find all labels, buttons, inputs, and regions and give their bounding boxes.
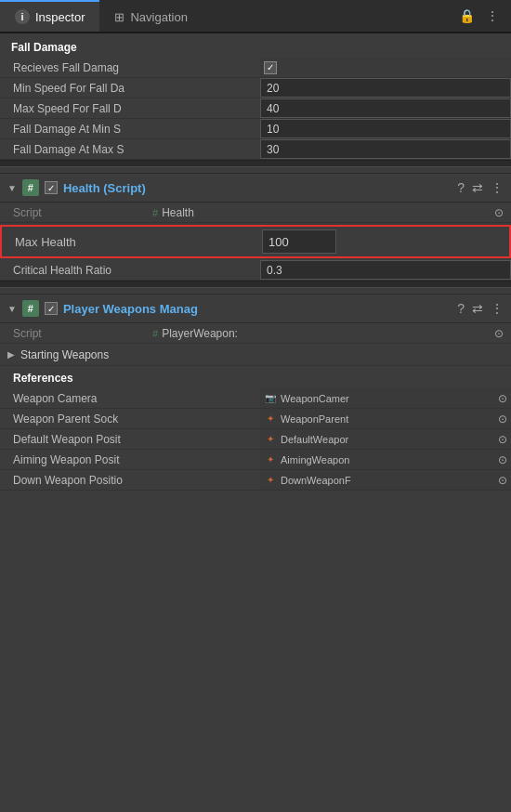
player-weapons-component-actions: ? ⇄ ⋮ (457, 301, 504, 316)
health-script-name: Health (162, 206, 194, 219)
ref-row-down-weapon-position: Down Weapon Positio ✦ DownWeaponF ⊙ (0, 470, 511, 491)
default-weapon-position-label: Default Weapon Posit (0, 433, 260, 446)
aiming-weapon-position-value: ✦ AimingWeapon ⊙ (260, 450, 511, 469)
max-speed-label: Max Speed For Fall D (0, 102, 260, 115)
aiming-weapon-position-label: Aiming Weapon Posit (0, 453, 260, 466)
field-row-max-speed: Max Speed For Fall D (0, 98, 511, 119)
player-weapons-script-field-row: Script # PlayerWeapon: ⊙ (0, 323, 511, 344)
field-row-fall-damage-max: Fall Damage At Max S (0, 139, 511, 160)
weapon-camera-icon: 📷 (264, 392, 277, 405)
fall-damage-label: Fall Damage (11, 41, 77, 54)
fall-damage-max-label: Fall Damage At Max S (0, 143, 260, 156)
weapon-camera-name: WeaponCamer (281, 393, 494, 404)
ref-row-default-weapon-position: Default Weapon Posit ✦ DefaultWeapor ⊙ (0, 429, 511, 450)
tab-navigation[interactable]: ⊞ Navigation (99, 0, 202, 32)
weapon-camera-target-icon[interactable]: ⊙ (498, 392, 507, 405)
ref-row-weapon-parent-socket: Weapon Parent Sock ✦ WeaponParent ⊙ (0, 409, 511, 429)
field-row-critical-health: Critical Health Ratio (0, 260, 511, 281)
health-hash-icon: # (22, 179, 39, 196)
health-enabled-checkbox[interactable]: ✓ (45, 181, 58, 194)
default-weapon-position-icon: ✦ (264, 433, 277, 446)
field-row-fall-damage-min: Fall Damage At Min S (0, 119, 511, 139)
critical-health-label: Critical Health Ratio (0, 264, 260, 277)
weapon-parent-socket-label: Weapon Parent Sock (0, 413, 260, 426)
fall-damage-section-header: Fall Damage (0, 33, 511, 58)
inspector-tab-label: Inspector (35, 10, 85, 24)
health-script-hash-symbol: # (152, 207, 158, 218)
receives-fall-damage-label: Recieves Fall Damag (0, 61, 260, 74)
weapon-camera-label: Weapon Camera (0, 392, 260, 405)
weapon-camera-value: 📷 WeaponCamer ⊙ (260, 388, 511, 408)
player-weapons-expand-arrow[interactable]: ▼ (7, 304, 17, 314)
health-script-label: Script (13, 206, 152, 219)
down-weapon-position-label: Down Weapon Positio (0, 474, 260, 487)
max-health-row: Max Health (0, 225, 511, 258)
player-weapons-script-value: # PlayerWeapon: ⊙ (152, 327, 511, 340)
max-health-input[interactable] (262, 229, 336, 254)
divider-1 (0, 160, 511, 167)
player-weapons-enabled-checkbox[interactable]: ✓ (45, 302, 58, 315)
weapon-parent-socket-icon: ✦ (264, 413, 277, 426)
player-weapons-component-header: ▼ # ✓ Player Weapons Manag ? ⇄ ⋮ (0, 294, 511, 323)
health-script-field-row: Script # Health ⊙ (0, 203, 511, 223)
health-more-button[interactable]: ⋮ (491, 180, 504, 195)
down-weapon-position-icon: ✦ (264, 474, 277, 487)
health-component-actions: ? ⇄ ⋮ (457, 180, 504, 195)
health-script-target-icon[interactable]: ⊙ (494, 206, 511, 219)
player-weapons-help-button[interactable]: ? (457, 301, 465, 316)
health-expand-arrow[interactable]: ▼ (7, 183, 17, 193)
divider-2 (0, 281, 511, 288)
min-speed-label: Min Speed For Fall Da (0, 82, 260, 95)
down-weapon-position-target-icon[interactable]: ⊙ (498, 474, 507, 487)
field-row-min-speed: Min Speed For Fall Da (0, 78, 511, 98)
tab-actions: 🔒 ⋮ (455, 0, 511, 32)
fall-damage-max-input[interactable] (260, 139, 511, 159)
more-button[interactable]: ⋮ (481, 5, 504, 27)
critical-health-input[interactable] (260, 260, 511, 280)
content-area: Fall Damage Recieves Fall Damag ✓ Min Sp… (0, 33, 511, 491)
player-weapons-hash-icon: # (22, 300, 39, 317)
fall-damage-min-label: Fall Damage At Min S (0, 123, 260, 136)
weapon-parent-socket-value: ✦ WeaponParent ⊙ (260, 409, 511, 428)
health-script-component-header: ▼ # ✓ Health (Script) ? ⇄ ⋮ (0, 173, 511, 203)
health-script-value: # Health ⊙ (152, 206, 511, 219)
player-weapons-script-label: Script (13, 327, 152, 340)
max-health-label: Max Health (2, 235, 262, 249)
field-row-receives-fall-damage: Recieves Fall Damag ✓ (0, 58, 511, 78)
receives-fall-damage-value: ✓ (260, 58, 511, 77)
aiming-weapon-position-target-icon[interactable]: ⊙ (498, 453, 507, 466)
player-weapons-settings-button[interactable]: ⇄ (472, 301, 483, 316)
starting-weapons-label: Starting Weapons (20, 348, 109, 361)
min-speed-input[interactable] (260, 78, 511, 98)
player-weapons-more-button[interactable]: ⋮ (491, 301, 504, 316)
player-weapons-script-target-icon[interactable]: ⊙ (494, 327, 511, 340)
receives-fall-damage-checkbox[interactable]: ✓ (264, 61, 277, 74)
starting-weapons-row: ▶ Starting Weapons (0, 344, 511, 366)
references-label: References (13, 372, 73, 385)
player-weapons-title: Player Weapons Manag (63, 302, 452, 316)
lock-button[interactable]: 🔒 (455, 5, 478, 27)
ref-row-aiming-weapon-position: Aiming Weapon Posit ✦ AimingWeapon ⊙ (0, 450, 511, 470)
default-weapon-position-value: ✦ DefaultWeapor ⊙ (260, 429, 511, 449)
weapon-parent-socket-name: WeaponParent (281, 413, 494, 425)
down-weapon-position-name: DownWeaponF (281, 475, 494, 486)
starting-weapons-arrow[interactable]: ▶ (7, 349, 15, 360)
navigation-icon: ⊞ (114, 10, 124, 24)
health-script-title: Health (Script) (63, 181, 452, 195)
aiming-weapon-position-icon: ✦ (264, 453, 277, 466)
health-help-button[interactable]: ? (457, 180, 465, 195)
down-weapon-position-value: ✦ DownWeaponF ⊙ (260, 470, 511, 490)
player-weapons-script-name: PlayerWeapon: (162, 327, 238, 340)
ref-row-weapon-camera: Weapon Camera 📷 WeaponCamer ⊙ (0, 388, 511, 409)
tab-bar: i Inspector ⊞ Navigation 🔒 ⋮ (0, 0, 511, 33)
tab-inspector[interactable]: i Inspector (0, 0, 99, 32)
default-weapon-position-name: DefaultWeapor (281, 434, 494, 445)
fall-damage-min-input[interactable] (260, 119, 511, 138)
max-speed-input[interactable] (260, 98, 511, 118)
health-settings-button[interactable]: ⇄ (472, 180, 483, 195)
player-weapons-script-hash-symbol: # (152, 328, 158, 339)
inspector-icon: i (15, 9, 30, 24)
weapon-parent-socket-target-icon[interactable]: ⊙ (498, 413, 507, 426)
references-header: References (0, 366, 511, 388)
default-weapon-position-target-icon[interactable]: ⊙ (498, 433, 507, 446)
